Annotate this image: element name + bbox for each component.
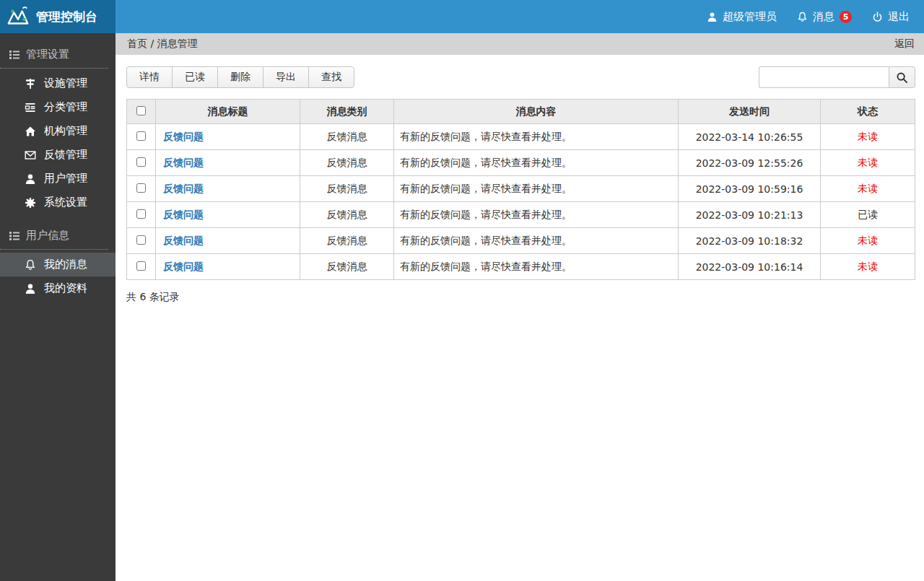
signpost-icon [25,78,36,89]
message-category: 反馈消息 [300,202,394,228]
message-title-link[interactable]: 反馈问题 [163,157,204,168]
top-header: 管理控制台 超级管理员 消息 5 [0,0,924,33]
bell-icon [797,12,808,22]
message-category: 反馈消息 [300,228,394,254]
user-icon [25,173,36,185]
sidebar-item-label: 我的资料 [44,282,87,294]
person-icon [707,12,718,22]
row-checkbox-cell [127,150,156,176]
table-row: 反馈问题反馈消息有新的反馈问题，请尽快查看并处理。2022-03-09 10:1… [127,228,915,254]
row-checkbox-cell [127,124,156,150]
row-checkbox-cell [127,228,156,254]
list-icon [9,49,20,61]
table-row: 反馈问题反馈消息有新的反馈问题，请尽快查看并处理。2022-03-09 10:2… [127,202,915,228]
sidebar-item-category-mgmt[interactable]: 分类管理 [0,95,116,119]
sidebar-item-feedback-mgmt[interactable]: 反馈管理 [0,143,116,167]
home-icon [25,126,36,137]
mark-read-button[interactable]: 已读 [173,67,218,87]
app-title: 管理控制台 [36,9,97,25]
user-icon [25,283,36,294]
sidebar-item-facility-mgmt[interactable]: 设施管理 [0,71,116,95]
sidebar-item-my-profile[interactable]: 我的资料 [0,276,116,300]
col-header-status: 状态 [821,100,915,124]
col-header-category: 消息类别 [300,100,394,124]
message-title-cell: 反馈问题 [156,176,300,202]
col-header-content: 消息内容 [394,100,679,124]
messages-button[interactable]: 消息 5 [797,10,852,24]
message-category: 反馈消息 [300,124,394,150]
table-body: 反馈问题反馈消息有新的反馈问题，请尽快查看并处理。2022-03-14 10:2… [127,124,915,280]
message-time: 2022-03-09 10:59:16 [679,176,821,202]
sidebar-item-label: 我的消息 [44,258,87,271]
content-area: 详情 已读 删除 导出 查找 [116,55,924,304]
message-title-cell: 反馈问题 [156,228,300,254]
search-input[interactable] [759,66,889,88]
search-button[interactable] [889,66,915,88]
toolbar: 详情 已读 删除 导出 查找 [126,66,915,88]
record-count: 共 6 条记录 [126,291,915,304]
row-checkbox-cell [127,202,156,228]
message-time: 2022-03-09 10:18:32 [679,228,821,254]
row-checkbox[interactable] [136,157,146,167]
message-title-cell: 反馈问题 [156,124,300,150]
table-header-row: 消息标题 消息类别 消息内容 发送时间 状态 [127,100,915,124]
back-link[interactable]: 返回 [894,38,915,51]
message-title-link[interactable]: 反馈问题 [163,183,204,194]
message-title-link[interactable]: 反馈问题 [163,261,204,272]
message-category: 反馈消息 [300,254,394,280]
current-user-button[interactable]: 超级管理员 [707,10,777,24]
sidebar-item-label: 反馈管理 [44,149,87,161]
sidebar-item-user-mgmt[interactable]: 用户管理 [0,167,116,191]
message-title-cell: 反馈问题 [156,254,300,280]
message-content: 有新的反馈问题，请尽快查看并处理。 [394,176,679,202]
logout-button[interactable]: 退出 [872,10,910,24]
message-title-link[interactable]: 反馈问题 [163,235,204,246]
row-checkbox-cell [127,176,156,202]
detail-button[interactable]: 详情 [127,67,173,87]
sidebar-item-organization-mgmt[interactable]: 机构管理 [0,119,116,143]
search-icon [896,71,908,84]
delete-button[interactable]: 删除 [218,67,263,87]
messages-label: 消息 [813,10,834,24]
main-panel: 首页 / 消息管理 返回 详情 已读 删除 导出 查找 [116,33,924,581]
row-checkbox[interactable] [136,235,146,245]
message-content: 有新的反馈问题，请尽快查看并处理。 [394,124,679,150]
sidebar-item-label: 分类管理 [44,101,87,113]
message-content: 有新的反馈问题，请尽快查看并处理。 [394,150,679,176]
status-badge: 未读 [821,254,915,280]
status-badge: 已读 [821,202,915,228]
sidebar-section-user-info: 用户信息 [0,219,108,250]
sidebar-item-label: 设施管理 [44,77,87,89]
power-icon [872,12,883,22]
row-checkbox-cell [127,254,156,280]
row-checkbox[interactable] [136,131,146,141]
action-button-group: 详情 已读 删除 导出 查找 [126,66,354,88]
logout-label: 退出 [888,10,910,24]
row-checkbox[interactable] [136,261,146,271]
messages-badge: 5 [840,11,852,23]
message-time: 2022-03-09 10:21:13 [679,202,821,228]
message-title-link[interactable]: 反馈问题 [163,131,204,142]
messages-table: 消息标题 消息类别 消息内容 发送时间 状态 反馈问题反馈消息有新的反馈问题，请… [126,99,915,280]
sidebar-item-label: 机构管理 [44,125,87,137]
select-all-checkbox[interactable] [136,106,146,115]
category-icon [25,102,36,113]
sidebar-item-my-messages[interactable]: 我的消息 [0,253,116,276]
status-badge: 未读 [821,124,915,150]
sidebar-item-system-settings[interactable]: 系统设置 [0,191,116,214]
status-badge: 未读 [821,228,915,254]
message-content: 有新的反馈问题，请尽快查看并处理。 [394,254,679,280]
sidebar-item-label: 用户管理 [44,172,87,185]
find-button[interactable]: 查找 [309,67,354,87]
row-checkbox[interactable] [136,209,146,219]
message-category: 反馈消息 [300,150,394,176]
export-button[interactable]: 导出 [263,67,309,87]
sidebar-section-admin-settings: 管理设置 [0,38,108,69]
message-time: 2022-03-09 12:55:26 [679,150,821,176]
gear-icon [25,197,36,209]
row-checkbox[interactable] [136,183,146,193]
message-title-link[interactable]: 反馈问题 [163,209,204,220]
message-category: 反馈消息 [300,176,394,202]
app-window: 管理控制台 超级管理员 消息 5 [0,0,924,581]
table-row: 反馈问题反馈消息有新的反馈问题，请尽快查看并处理。2022-03-09 10:1… [127,254,915,280]
